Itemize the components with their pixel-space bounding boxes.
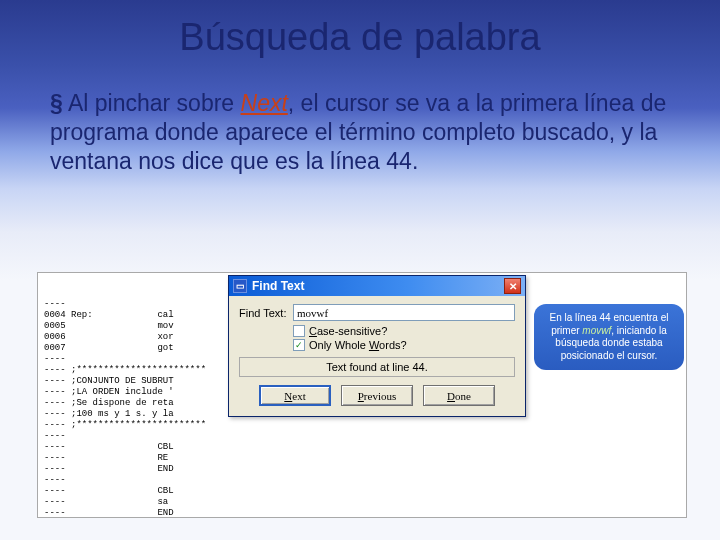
whole-words-label: Only Whole Words? xyxy=(309,339,407,351)
bullet-next: Next xyxy=(241,90,288,116)
callout-line1: En la línea 44 encuentra el xyxy=(544,312,674,325)
previous-button[interactable]: Previous xyxy=(341,385,413,406)
dialog-title-text: Find Text xyxy=(252,279,304,293)
case-sensitive-checkbox[interactable] xyxy=(293,325,305,337)
callout-bubble: En la línea 44 encuentra el primer movwf… xyxy=(534,304,684,370)
dialog-titlebar[interactable]: ▭ Find Text ✕ xyxy=(229,276,525,296)
find-status: Text found at line 44. xyxy=(239,357,515,377)
done-button[interactable]: Done xyxy=(423,385,495,406)
app-icon: ▭ xyxy=(233,279,247,293)
bullet-pre: Al pinchar sobre xyxy=(68,90,241,116)
callout-line3: búsqueda donde estaba xyxy=(544,337,674,350)
find-label: Find Text: xyxy=(239,307,293,319)
case-sensitive-label: Case-sensitive? xyxy=(309,325,387,337)
whole-words-checkbox[interactable]: ✓ xyxy=(293,339,305,351)
close-icon[interactable]: ✕ xyxy=(504,278,521,294)
find-text-dialog: ▭ Find Text ✕ Find Text: Case-sensitive?… xyxy=(228,275,526,417)
dialog-body: Find Text: Case-sensitive? ✓ Only Whole … xyxy=(229,296,525,416)
bullet-paragraph: § Al pinchar sobre Next, el cursor se va… xyxy=(0,59,720,185)
callout-line4: posicionado el cursor. xyxy=(544,350,674,363)
bullet-marker: § xyxy=(50,90,63,116)
callout-line2: primer movwf, iniciando la xyxy=(544,325,674,338)
find-text-input[interactable] xyxy=(293,304,515,321)
next-button[interactable]: Next xyxy=(259,385,331,406)
page-title: Búsqueda de palabra xyxy=(0,0,720,59)
